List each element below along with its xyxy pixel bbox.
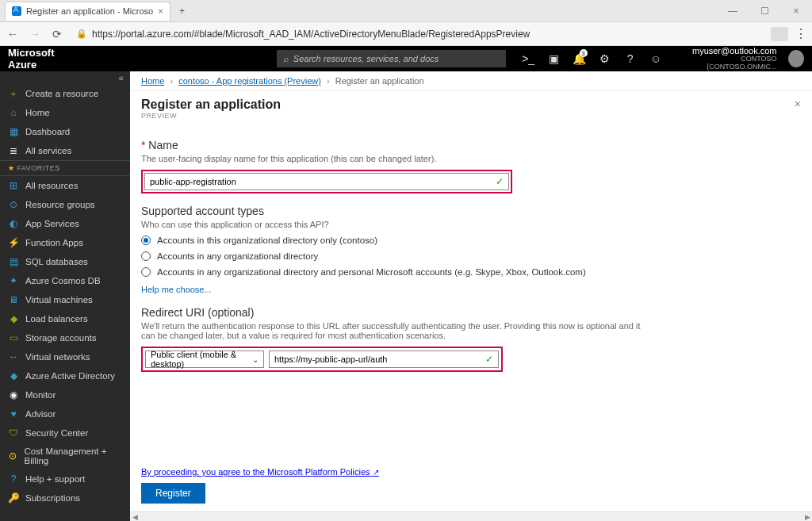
tab-favicon [12,6,21,16]
notifications-icon[interactable]: 🔔3 [569,46,588,71]
redirect-heading: Redirect URI (optional) [141,306,649,319]
sidebar-item-label: Advisor [25,409,56,419]
lock-icon: 🔒 [76,29,87,39]
account-type-option-0[interactable]: Accounts in this organizational director… [141,236,649,245]
sidebar-item-label: SQL databases [25,257,88,266]
directory-filter-icon[interactable]: ▣ [544,46,563,71]
sidebar-item-storage-accounts[interactable]: ▭Storage accounts [0,328,130,347]
nav-reload-icon[interactable]: ⟳ [49,26,65,42]
sidebar-item-all-resources[interactable]: ⊞All resources [0,176,130,195]
scroll-right-icon[interactable]: ▶ [802,512,812,521]
main-blade: Home › contoso - App registrations (Prev… [130,71,812,521]
favorites-header: ★ FAVORITES [0,160,130,176]
user-account[interactable]: myuser@outlook.com CONTOSO (CONTOSO.ONMI… [676,46,777,71]
register-button[interactable]: Register [141,483,205,504]
sidebar-item-virtual-machines[interactable]: 🖥Virtual machines [0,290,130,309]
browser-titlebar: Register an application - Microso × + — … [0,0,812,22]
tab-close-icon[interactable]: × [158,6,163,16]
virtual-networks-icon: ↔ [8,351,19,362]
home-icon: ⌂ [8,107,19,118]
settings-icon[interactable]: ⚙ [596,46,615,71]
sidebar-item-azure-ad[interactable]: ◆Azure Active Directory [0,366,130,385]
cosmos-db-icon: ✦ [8,275,19,286]
sidebar-item-label: Subscriptions [25,493,80,503]
cloud-shell-icon[interactable]: >_ [519,46,538,71]
sidebar-item-sql-databases[interactable]: ▤SQL databases [0,252,130,271]
function-apps-icon: ⚡ [8,237,19,248]
user-tenant: CONTOSO (CONTOSO.ONMIC... [676,56,777,71]
sidebar-item-monitor[interactable]: ◉Monitor [0,385,130,404]
scroll-left-icon[interactable]: ◀ [130,512,140,521]
sidebar-item-advisor[interactable]: ♥Advisor [0,404,130,423]
sidebar-item-virtual-networks[interactable]: ↔Virtual networks [0,347,130,366]
name-heading: Name [141,139,649,151]
window-minimize-icon[interactable]: — [717,0,749,22]
horizontal-scrollbar[interactable]: ◀ ▶ [130,511,812,521]
sidebar-item-home[interactable]: ⌂Home [0,103,130,122]
left-nav-sidebar: « ＋Create a resource⌂Home▦Dashboard≣All … [0,71,130,521]
account-type-option-1[interactable]: Accounts in any organizational directory [141,251,649,261]
nav-forward-icon[interactable]: → [27,26,43,42]
nav-back-icon[interactable]: ← [5,26,21,42]
new-tab-button[interactable]: + [174,2,191,20]
monitor-icon: ◉ [8,389,19,400]
select-value: Public client (mobile & desktop) [151,350,252,369]
check-icon: ✓ [485,354,493,365]
help-icon[interactable]: ? [621,46,640,71]
app-services-icon: ◐ [8,218,19,229]
sidebar-item-subscriptions[interactable]: 🔑Subscriptions [0,488,130,508]
sql-databases-icon: ▤ [8,256,19,267]
azure-brand: Microsoft Azure [8,47,80,71]
sidebar-item-create-resource[interactable]: ＋Create a resource [0,84,130,103]
create-resource-icon: ＋ [8,88,19,99]
breadcrumb-mid[interactable]: contoso - App registrations (Preview) [178,76,321,86]
sidebar-item-load-balancers[interactable]: ◆Load balancers [0,309,130,328]
name-desc: The user-facing display name for this ap… [141,154,649,163]
sidebar-item-security-center[interactable]: 🛡Security Center [0,423,130,442]
help-support-icon: ? [8,473,19,485]
notification-badge: 3 [580,49,588,57]
sidebar-item-all-services[interactable]: ≣All services [0,141,130,160]
platform-policies-link[interactable]: By proceeding, you agree to the Microsof… [141,467,379,477]
avatar[interactable] [788,50,804,67]
account-types-desc: Who can use this application or access t… [141,220,649,229]
virtual-machines-icon: 🖥 [8,294,19,305]
blade-close-icon[interactable]: × [795,98,801,110]
page-title: Register an application [141,98,281,112]
sidebar-item-cost-billing[interactable]: ⊙Cost Management + Billing [0,442,130,469]
browser-tab[interactable]: Register an application - Microso × [5,2,170,21]
url-display[interactable]: 🔒 https://portal.azure.com/#blade/Micros… [71,25,764,43]
cost-billing-icon: ⊙ [8,450,18,462]
sidebar-collapse-icon[interactable]: « [0,71,130,84]
browser-address-bar: ← → ⟳ 🔒 https://portal.azure.com/#blade/… [0,22,812,46]
sidebar-item-label: App Services [25,219,79,228]
url-text: https://portal.azure.com/#blade/Microsof… [92,29,530,40]
sidebar-item-app-services[interactable]: ◐App Services [0,214,130,233]
sidebar-item-cosmos-db[interactable]: ✦Azure Cosmos DB [0,271,130,290]
radio-icon [141,236,151,245]
breadcrumb-current: Register an application [335,76,424,86]
redirect-uri-input[interactable]: ✓ [269,351,499,368]
sidebar-item-resource-groups[interactable]: ⊙Resource groups [0,195,130,214]
profile-pill[interactable] [771,27,788,41]
sidebar-item-function-apps[interactable]: ⚡Function Apps [0,233,130,252]
global-search-input[interactable]: ⌕ Search resources, services, and docs [277,50,506,67]
sidebar-item-dashboard[interactable]: ▦Dashboard [0,122,130,141]
preview-label: PREVIEW [141,112,281,120]
sidebar-item-label: Create a resource [25,89,98,98]
app-name-field[interactable] [150,177,496,186]
window-maximize-icon[interactable]: ☐ [749,0,780,22]
help-me-choose-link[interactable]: Help me choose... [141,285,212,294]
sidebar-item-label: Resource groups [25,200,95,209]
sidebar-item-help-support[interactable]: ?Help + support [0,469,130,488]
redirect-uri-field[interactable] [274,354,485,364]
window-close-icon[interactable]: × [780,0,812,22]
redirect-type-select[interactable]: Public client (mobile & desktop) ⌄ [145,351,264,368]
azure-top-bar: Microsoft Azure ⌕ Search resources, serv… [0,46,812,71]
account-type-option-2[interactable]: Accounts in any organizational directory… [141,267,649,277]
breadcrumb-home[interactable]: Home [141,76,164,86]
app-name-input[interactable]: ✓ [144,173,509,190]
browser-menu-icon[interactable]: ⋮ [795,26,807,41]
feedback-icon[interactable]: ☺ [646,46,665,71]
external-link-icon: ↗ [373,468,379,477]
